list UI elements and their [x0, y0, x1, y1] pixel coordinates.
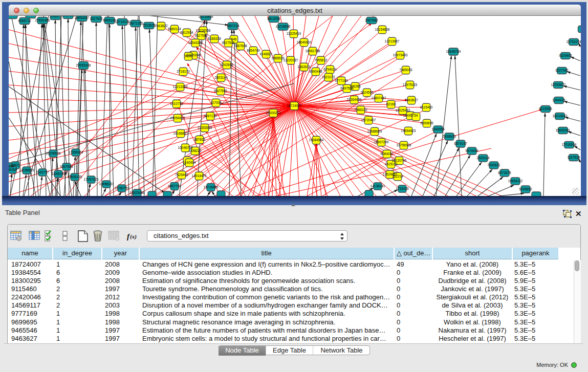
svg-text:3501: 3501 — [12, 163, 19, 167]
svg-text:9115460: 9115460 — [420, 105, 433, 109]
svg-text:9527500: 9527500 — [194, 34, 208, 37]
svg-text:17016504: 17016504 — [562, 143, 577, 146]
svg-text:17359924: 17359924 — [69, 150, 83, 154]
svg-text:39159: 39159 — [9, 168, 17, 171]
svg-text:9084067: 9084067 — [380, 152, 394, 156]
svg-text:16495754: 16495754 — [403, 114, 418, 117]
svg-text:8660124: 8660124 — [168, 27, 181, 31]
svg-text:10973493: 10973493 — [393, 53, 408, 57]
svg-text:8813054: 8813054 — [267, 17, 280, 20]
svg-text:1010755: 1010755 — [170, 102, 183, 105]
svg-text:12923446: 12923446 — [130, 191, 145, 194]
svg-text:1167534: 1167534 — [568, 156, 580, 159]
svg-text:16033809: 16033809 — [199, 16, 213, 18]
svg-text:10756928: 10756928 — [397, 143, 411, 147]
svg-text:1362615: 1362615 — [297, 65, 311, 69]
svg-text:20206536: 20206536 — [46, 151, 61, 155]
svg-text:9777169: 9777169 — [335, 79, 348, 82]
svg-text:12975115: 12975115 — [403, 83, 418, 86]
svg-text:19384554: 19384554 — [309, 138, 324, 142]
svg-text:7857224: 7857224 — [226, 24, 239, 28]
svg-text:16671355: 16671355 — [128, 21, 143, 25]
svg-text:3624554: 3624554 — [360, 91, 374, 94]
svg-text:1527602: 1527602 — [90, 17, 103, 20]
svg-text:12505135: 12505135 — [68, 175, 82, 179]
svg-text:6466160: 6466160 — [103, 18, 116, 22]
svg-text:10958107: 10958107 — [99, 182, 114, 186]
svg-text:9463627: 9463627 — [405, 98, 418, 102]
svg-text:16640910: 16640910 — [297, 40, 312, 44]
svg-text:14914479: 14914479 — [192, 174, 207, 178]
svg-text:21364436: 21364436 — [347, 98, 362, 101]
svg-text:9227342: 9227342 — [555, 69, 569, 72]
svg-text:1140994: 1140994 — [183, 161, 196, 164]
svg-text:16120746: 16120746 — [392, 159, 407, 162]
svg-text:18807249: 18807249 — [374, 140, 389, 144]
svg-text:3267130: 3267130 — [204, 114, 217, 118]
svg-text:9329906: 9329906 — [559, 54, 572, 57]
svg-text:16961758: 16961758 — [306, 49, 320, 53]
svg-text:12156829: 12156829 — [19, 168, 34, 172]
svg-text:2933114: 2933114 — [477, 156, 490, 160]
svg-text:2087682: 2087682 — [365, 18, 378, 22]
svg-text:1498222: 1498222 — [188, 149, 202, 152]
svg-text:8427552: 8427552 — [214, 89, 227, 93]
svg-text:18724007: 18724007 — [287, 104, 302, 107]
svg-text:13220337: 13220337 — [284, 58, 298, 62]
svg-text:27691406: 27691406 — [35, 18, 50, 22]
svg-text:17957223: 17957223 — [84, 178, 99, 181]
svg-text:6794024: 6794024 — [323, 68, 337, 71]
svg-text:19218596: 19218596 — [276, 25, 291, 28]
svg-text:8215955: 8215955 — [539, 107, 552, 111]
svg-text:9146821: 9146821 — [259, 52, 273, 56]
svg-text:8912954: 8912954 — [180, 31, 193, 34]
svg-text:19166827: 19166827 — [173, 132, 188, 135]
svg-text:11353594: 11353594 — [198, 126, 212, 129]
svg-text:20657: 20657 — [51, 16, 60, 18]
svg-text:8471676: 8471676 — [498, 171, 511, 174]
svg-text:7663822: 7663822 — [155, 24, 168, 28]
svg-text:9242848: 9242848 — [220, 63, 233, 67]
svg-text:546: 546 — [231, 37, 237, 41]
svg-text:2342757: 2342757 — [36, 170, 49, 174]
svg-text:8454749: 8454749 — [247, 49, 260, 52]
svg-text:6879197: 6879197 — [454, 142, 467, 145]
svg-text:19654923: 19654923 — [401, 129, 416, 133]
svg-text:12093872: 12093872 — [551, 83, 566, 86]
svg-text:9457791: 9457791 — [168, 184, 181, 188]
svg-text:15692991: 15692991 — [556, 128, 571, 132]
svg-text:10807487: 10807487 — [372, 96, 386, 100]
svg-text:9397588: 9397588 — [60, 165, 73, 168]
svg-text:2718170: 2718170 — [177, 70, 190, 73]
svg-text:15716485: 15716485 — [204, 185, 219, 189]
svg-text:10654112: 10654112 — [508, 179, 523, 183]
svg-text:10657353: 10657353 — [61, 16, 76, 17]
svg-text:29053346: 29053346 — [76, 63, 91, 67]
svg-text:7986322: 7986322 — [354, 108, 367, 112]
svg-text:15720407: 15720407 — [361, 118, 376, 122]
svg-text:417004: 417004 — [210, 101, 222, 104]
svg-text:(x): (x) — [130, 233, 137, 240]
svg-text:7625402: 7625402 — [175, 173, 188, 177]
svg-text:16210643: 16210643 — [553, 114, 568, 118]
svg-text:1345194: 1345194 — [52, 172, 65, 176]
svg-text:1640954: 1640954 — [431, 127, 445, 131]
svg-text:7485003: 7485003 — [399, 68, 412, 72]
svg-text:8186328: 8186328 — [208, 37, 221, 40]
svg-text:16154808: 16154808 — [375, 28, 390, 31]
svg-text:16543382: 16543382 — [188, 41, 203, 45]
svg-text:6497568: 6497568 — [340, 86, 354, 90]
svg-text:62160: 62160 — [386, 102, 396, 106]
svg-text:1621072: 1621072 — [322, 75, 335, 79]
svg-text:7932621: 7932621 — [487, 163, 500, 167]
svg-text:8990448: 8990448 — [309, 70, 322, 73]
svg-text:9245652: 9245652 — [519, 187, 532, 191]
svg-text:887833: 887833 — [194, 138, 205, 141]
svg-text:10025433: 10025433 — [396, 108, 410, 112]
svg-text:16648784: 16648784 — [446, 50, 461, 53]
svg-text:252214: 252214 — [392, 174, 403, 178]
svg-text:16782759: 16782759 — [115, 186, 129, 190]
svg-text:2803144: 2803144 — [214, 76, 228, 79]
svg-text:2867608: 2867608 — [234, 44, 247, 48]
svg-text:14136141: 14136141 — [371, 184, 385, 188]
